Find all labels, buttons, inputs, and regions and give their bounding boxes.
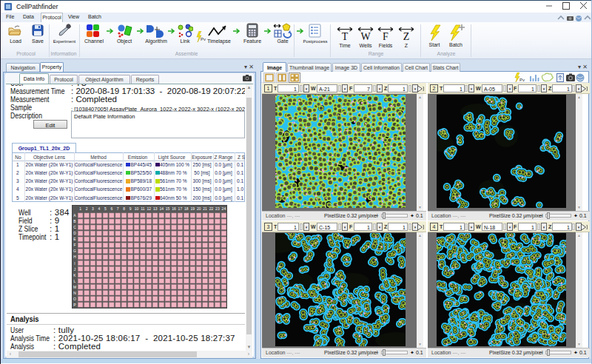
svg-text:17: 17 bbox=[178, 206, 183, 211]
svg-text:19: 19 bbox=[191, 206, 195, 211]
svg-text:21: 21 bbox=[203, 206, 207, 211]
svg-text:13: 13 bbox=[153, 206, 158, 211]
svg-text:22: 22 bbox=[209, 206, 214, 211]
svg-text:18: 18 bbox=[184, 206, 189, 211]
svg-text:12: 12 bbox=[147, 206, 152, 211]
svg-text:Pv: Pv bbox=[519, 78, 525, 82]
svg-text:23: 23 bbox=[215, 206, 220, 211]
svg-text:24: 24 bbox=[222, 206, 226, 211]
svg-text:6: 6 bbox=[110, 206, 112, 211]
svg-text:H: H bbox=[73, 255, 76, 259]
svg-text:O: O bbox=[73, 297, 76, 301]
svg-text:14: 14 bbox=[159, 206, 164, 211]
svg-text:5: 5 bbox=[104, 206, 107, 211]
svg-text:I: I bbox=[74, 261, 75, 266]
svg-text:D: D bbox=[73, 231, 76, 235]
svg-text:L: L bbox=[74, 279, 76, 283]
svg-text:F: F bbox=[73, 243, 75, 247]
svg-text:3: 3 bbox=[92, 206, 94, 211]
svg-text:1: 1 bbox=[79, 206, 81, 211]
svg-text:20: 20 bbox=[197, 206, 201, 211]
svg-text:M: M bbox=[73, 285, 76, 289]
svg-text:16: 16 bbox=[172, 206, 176, 211]
svg-text:10: 10 bbox=[135, 206, 139, 211]
svg-text:2: 2 bbox=[86, 206, 88, 211]
svg-text:N: N bbox=[73, 291, 76, 295]
svg-text:7: 7 bbox=[117, 206, 119, 211]
svg-text:G: G bbox=[73, 249, 76, 253]
svg-text:9: 9 bbox=[130, 206, 132, 211]
svg-text:8: 8 bbox=[123, 206, 125, 211]
svg-text:C: C bbox=[73, 225, 76, 229]
svg-text:11: 11 bbox=[141, 206, 144, 211]
svg-text:4: 4 bbox=[98, 206, 101, 211]
svg-text:15: 15 bbox=[166, 206, 170, 211]
